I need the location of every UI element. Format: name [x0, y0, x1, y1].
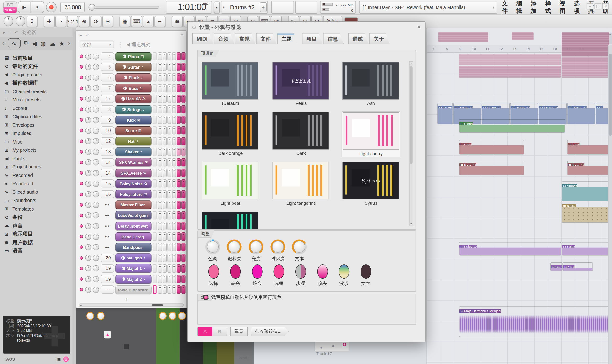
step-cell[interactable]: [158, 243, 162, 251]
channel-enable-led[interactable]: [80, 203, 83, 207]
pattern-clip[interactable]: [459, 66, 561, 78]
theme-thumbnail[interactable]: [342, 62, 399, 100]
playlist-clip[interactable]: ⊟ Bass #2: [567, 161, 609, 175]
channel-pan-knob[interactable]: [85, 244, 91, 250]
save-preset-button[interactable]: 保存预设值...: [251, 327, 289, 336]
step-cell-active[interactable]: [177, 190, 181, 198]
channel-volume-knob[interactable]: [93, 287, 99, 293]
channel-enable-led[interactable]: [80, 118, 83, 122]
time-display[interactable]: 1:01:00 B:S:T: [166, 1, 212, 14]
channel-button[interactable]: ● Foley Noise ✿: [115, 179, 151, 188]
menu-item[interactable]: 选项: [574, 0, 583, 15]
step-cell[interactable]: [167, 116, 171, 124]
channel-volume-knob[interactable]: [93, 96, 99, 102]
pattern-clip[interactable]: [562, 57, 609, 78]
channel-button[interactable]: ● Ma..ged ◗: [115, 253, 151, 262]
step-cell-active[interactable]: [177, 84, 181, 92]
theme-thumbnail[interactable]: [272, 112, 329, 150]
step-cell-active[interactable]: [181, 233, 185, 241]
channel-enable-led[interactable]: [80, 55, 83, 58]
channel-select-cell[interactable]: [153, 286, 157, 294]
channel-enable-led[interactable]: [80, 129, 83, 132]
scroll-left-icon[interactable]: ◂: [80, 304, 82, 307]
playlist-clip[interactable]: ⊟ Guitar: [562, 202, 609, 223]
theme-card[interactable]: VEELA Veela: [272, 61, 331, 106]
browser-up-icon[interactable]: ↑: [9, 30, 11, 35]
step-cell[interactable]: [167, 74, 171, 82]
step-cell-active[interactable]: [181, 275, 185, 283]
paperclip-icon[interactable]: ≀: [493, 5, 495, 10]
color-swatch[interactable]: [317, 264, 328, 279]
step-cell-active[interactable]: [177, 169, 181, 177]
channel-volume-knob[interactable]: [93, 191, 99, 197]
automation-node[interactable]: [342, 343, 346, 346]
adjust-knob[interactable]: [227, 239, 242, 254]
channel-pan-knob[interactable]: [85, 159, 91, 166]
step-cell[interactable]: [167, 127, 171, 135]
rack-undo-icon[interactable]: ↶: [86, 32, 89, 38]
shuttle-slider[interactable]: [89, 6, 159, 8]
dialog-close-icon[interactable]: ✕: [417, 24, 421, 30]
channel-mixer-target[interactable]: 20: [101, 254, 114, 262]
step-cell[interactable]: [163, 243, 167, 251]
step-cell[interactable]: [172, 63, 176, 71]
channel-select-cell[interactable]: [153, 63, 157, 71]
channel-enable-led[interactable]: [80, 256, 83, 260]
channel-volume-knob[interactable]: [93, 276, 99, 282]
color-swatch[interactable]: [252, 264, 262, 279]
step-cell[interactable]: [163, 169, 167, 177]
channel-mixer-target[interactable]: 6: [101, 74, 114, 82]
channel-mixer-target[interactable]: 8: [101, 105, 114, 114]
editor-knob[interactable]: [97, 312, 105, 320]
channel-enable-led[interactable]: [80, 246, 83, 249]
browser-item[interactable]: ◉ 用户数据: [0, 238, 73, 247]
step-cell[interactable]: [172, 233, 176, 241]
channel-button[interactable]: ● Bass Ɔ:: [115, 84, 151, 92]
step-cell[interactable]: [158, 74, 162, 82]
tempo-display[interactable]: 75.000: [60, 2, 85, 13]
drum-clip[interactable]: ⊟ D: [596, 103, 609, 124]
browser-item[interactable]: ▭ Soundfonts: [0, 196, 73, 205]
playlist-clip[interactable]: ⊟ Bass: [459, 140, 524, 154]
search-icon[interactable]: ◎: [63, 356, 68, 362]
theme-card[interactable]: [201, 211, 260, 230]
browser-item[interactable]: ⊞ Templates: [0, 205, 73, 213]
step-cell-active[interactable]: [181, 180, 185, 188]
pattern-clip[interactable]: [459, 54, 561, 65]
step-cell-active[interactable]: [181, 116, 185, 124]
step-cell[interactable]: [158, 158, 162, 167]
playlist-clip[interactable]: ⊟ Foley: [562, 242, 609, 256]
theme-thumbnail[interactable]: [202, 212, 258, 230]
theme-thumbnail[interactable]: [342, 112, 399, 150]
channel-mixer-target[interactable]: 10: [101, 127, 114, 135]
channel-volume-knob[interactable]: [93, 244, 99, 250]
browser-item[interactable]: ◀ 插件数据库: [0, 79, 73, 87]
step-cell[interactable]: [172, 127, 176, 135]
browser-item[interactable]: ≈ Rendered: [0, 180, 73, 188]
step-cell-active[interactable]: [181, 74, 185, 82]
channel-volume-knob[interactable]: [93, 265, 99, 272]
channel-select-cell[interactable]: [153, 222, 157, 230]
step-cell[interactable]: [167, 52, 171, 60]
channel-mixer-target[interactable]: 14: [101, 158, 114, 167]
step-cell[interactable]: [167, 95, 171, 103]
playlist-clip[interactable]: ⊟ Foley #2: [459, 242, 561, 256]
browser-forward-icon[interactable]: ▸: [3, 30, 5, 35]
step-cell[interactable]: [172, 84, 176, 92]
channel-select-cell[interactable]: [153, 254, 157, 262]
automation-clip-preview[interactable]: [315, 341, 349, 351]
step-cell[interactable]: [172, 74, 176, 82]
channel-enable-led[interactable]: [80, 150, 83, 154]
channel-pan-knob[interactable]: [85, 64, 91, 70]
step-cell[interactable]: [158, 52, 162, 60]
step-cell[interactable]: [158, 180, 162, 188]
step-cell-active[interactable]: [177, 95, 181, 103]
rack-forward-icon[interactable]: ▸: [80, 32, 82, 38]
rack-detach-icon[interactable]: ⋮: [117, 41, 123, 48]
step-cell[interactable]: [158, 211, 162, 220]
step-cell[interactable]: [163, 180, 167, 188]
channel-select-cell[interactable]: [153, 127, 157, 135]
rack-filter-dropdown[interactable]: 全部▸: [80, 41, 114, 49]
menu-item[interactable]: 样式: [545, 0, 554, 15]
channel-pan-knob[interactable]: [85, 128, 91, 134]
